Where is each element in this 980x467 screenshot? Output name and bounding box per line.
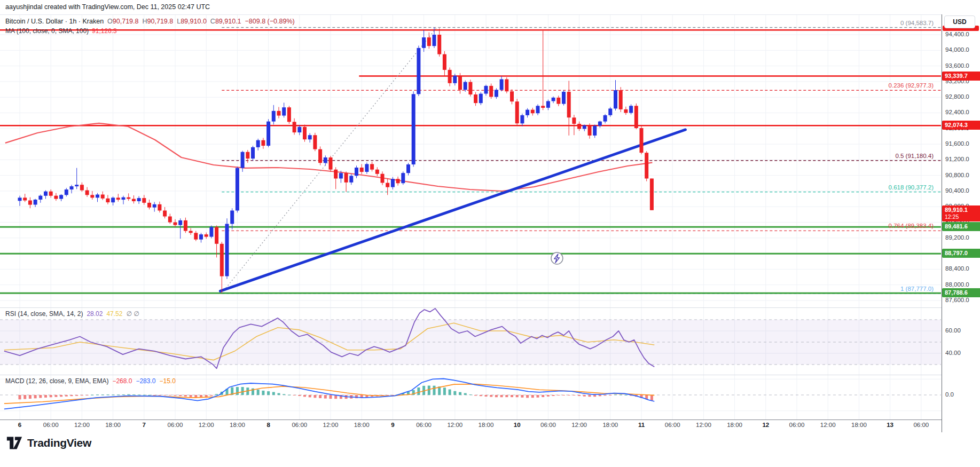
price-change: −809.8 (−0.89%) <box>245 18 295 25</box>
time-axis-label: 18:00 <box>851 422 867 428</box>
price-tag: 89,910.112:25 <box>942 205 980 221</box>
price-axis-tick: 90,800.0 <box>945 172 969 178</box>
time-axis-label: 06:00 <box>913 422 929 428</box>
time-axis-border <box>0 419 980 420</box>
time-axis-label: 6 <box>18 422 21 428</box>
time-axis-label: 06:00 <box>789 422 805 428</box>
time-axis-label: 12:00 <box>571 422 587 428</box>
price-axis-tick: 88,000.0 <box>945 281 969 288</box>
tradingview-logo-text: TradingView <box>27 437 91 449</box>
time-axis-label: 12:00 <box>323 422 339 428</box>
time-axis-label: 18:00 <box>105 422 121 428</box>
ma-100-line <box>5 123 653 191</box>
fib-level-label: 0.5 (91,180.4) <box>895 153 934 159</box>
price-axis-tick: 91,200.0 <box>945 156 969 162</box>
price-axis-tick: 88,400.0 <box>945 265 969 272</box>
symbol-legend[interactable]: Bitcoin / U.S. Dollar · 1h · KrakenO90,7… <box>5 18 295 25</box>
trend-line <box>220 130 685 291</box>
time-axis-label: 06:00 <box>416 422 432 428</box>
pane-separator-macd[interactable] <box>0 375 980 375</box>
macd-legend[interactable]: MACD (12, 26, close, 9, EMA, EMA)−268.0−… <box>5 377 176 385</box>
price-axis-tick: 90,400.0 <box>945 187 969 194</box>
tradingview-chart-window: aayushjindal created with TradingView.co… <box>0 0 980 467</box>
price-axis-tick: 87,600.0 <box>945 297 969 303</box>
rsi-empty-values: ∅ ∅ <box>126 310 139 318</box>
horizontal-levels <box>0 30 941 293</box>
time-axis-label: 06:00 <box>43 422 59 428</box>
ma-legend[interactable]: MA (100, close, 0, SMA, 100)91,126.3 <box>5 27 117 35</box>
rsi-label[interactable]: RSI (14, close, SMA, 14, 2) <box>5 310 83 318</box>
ohlc-values: O90,719.8H90,719.8L89,910.0C89,910.1−809… <box>104 18 295 25</box>
price-tag: 92,074.3 <box>942 121 980 130</box>
symbol-title[interactable]: Bitcoin / U.S. Dollar · 1h · Kraken <box>5 18 104 25</box>
time-axis-label: 18:00 <box>354 422 370 428</box>
rsi-legend[interactable]: RSI (14, close, SMA, 14, 2)28.0247.52∅ ∅ <box>5 310 139 318</box>
time-axis-label: 10 <box>514 422 521 428</box>
macd-label[interactable]: MACD (12, 26, close, 9, EMA, EMA) <box>5 377 108 385</box>
chart-top-border <box>0 14 980 15</box>
fib-level-label: 0.764 (89,383.4) <box>889 223 934 229</box>
fib-level-label: 0.618 (90,377.2) <box>889 184 934 191</box>
fib-level-label: 1 (87,777.0) <box>900 286 934 292</box>
price-axis-tick: 92,400.0 <box>945 109 969 115</box>
price-axis-tick: 92,800.0 <box>945 93 969 100</box>
price-axis-tick: 94,400.0 <box>945 31 969 37</box>
time-axis-label: 8 <box>266 422 270 428</box>
time-axis-label: 18:00 <box>230 422 245 428</box>
lightning-marker <box>551 252 563 264</box>
currency-toggle-button[interactable]: USD <box>944 15 975 28</box>
time-axis-label: 12:00 <box>199 422 214 428</box>
time-axis-label: 06:00 <box>665 422 680 428</box>
time-axis-label: 18:00 <box>602 422 618 428</box>
time-axis-label: 12:00 <box>447 422 462 428</box>
time-axis-label: 7 <box>143 422 146 428</box>
price-axis-tick: 91,600.0 <box>945 140 969 147</box>
tradingview-logo[interactable]: TradingView <box>6 436 91 450</box>
pane-separator-rsi[interactable] <box>0 307 980 308</box>
time-axis-label: 06:00 <box>540 422 556 428</box>
price-axis-tick: 93,600.0 <box>945 62 969 69</box>
fib-level-label: 0.236 (92,977.3) <box>889 82 934 89</box>
macd-axis-tick: 0.0 <box>945 391 954 398</box>
time-axis-label: 06:00 <box>168 422 183 428</box>
rsi-band <box>0 320 941 365</box>
time-axis-label: 12 <box>762 422 769 428</box>
time-axis-label: 9 <box>391 422 394 428</box>
price-tag: 88,797.0 <box>942 249 980 258</box>
time-axis-label: 18:00 <box>479 422 494 428</box>
price-tag: 93,339.7 <box>942 72 980 81</box>
price-axis-tick: 89,200.0 <box>945 234 969 241</box>
time-axis-label: 12:00 <box>820 422 836 428</box>
time-axis-label: 18:00 <box>727 422 742 428</box>
macd-histogram <box>19 386 653 401</box>
chart-canvas[interactable] <box>0 0 980 433</box>
time-axis-label: 12:00 <box>696 422 711 428</box>
time-axis-label: 06:00 <box>292 422 307 428</box>
time-axis-label: 12:00 <box>74 422 90 428</box>
time-axis-label: 13 <box>887 422 893 428</box>
rsi-axis-tick: 40.00 <box>945 350 961 356</box>
price-tag: 87,788.6 <box>942 288 980 297</box>
price-tag: 89,481.6 <box>942 222 980 231</box>
time-axis-label: 11 <box>638 422 645 428</box>
rsi-axis-tick: 60.00 <box>945 327 961 334</box>
ma-label[interactable]: MA (100, close, 0, SMA, 100) <box>5 27 89 35</box>
fib-level-label: 0 (94,583.7) <box>900 20 934 26</box>
tradingview-logo-icon <box>6 436 22 450</box>
price-axis-tick: 94,000.0 <box>945 46 969 53</box>
ma-value: 91,126.3 <box>92 27 117 35</box>
